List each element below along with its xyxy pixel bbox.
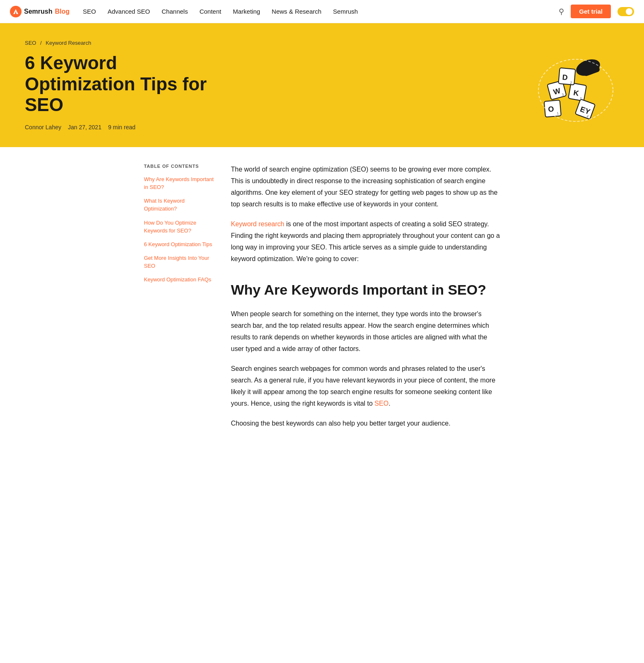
logo-blog-text: Blog <box>55 8 70 15</box>
main-nav: Semrush Blog SEO Advanced SEO Channels C… <box>0 0 644 23</box>
toc-list: Why Are Keywords Important in SEO? What … <box>144 175 215 284</box>
toc-item-what: What Is Keyword Optimization? <box>144 197 215 213</box>
section1-p2-start: Search engines search webpages for commo… <box>231 365 496 407</box>
page-body: TABLE OF CONTENTS Why Are Keywords Impor… <box>136 147 509 454</box>
toc-link-tips[interactable]: 6 Keyword Optimization Tips <box>144 241 212 247</box>
nav-link-seo[interactable]: SEO <box>83 8 96 15</box>
search-button[interactable]: ⚲ <box>559 7 564 16</box>
toc-item-how: How Do You Optimize Keywords for SEO? <box>144 219 215 235</box>
toc-link-faqs[interactable]: Keyword Optimization FAQs <box>144 276 212 283</box>
main-content: The world of search engine optimization … <box>231 164 500 438</box>
svg-text:O: O <box>548 105 555 114</box>
intro-paragraph-1: The world of search engine optimization … <box>231 164 500 210</box>
nav-link-news-research[interactable]: News & Research <box>272 8 321 15</box>
theme-toggle[interactable] <box>617 7 634 16</box>
hero-section: SEO / Keyword Research 6 Keyword Optimiz… <box>0 23 644 147</box>
logo-semrush-text: Semrush <box>24 8 52 15</box>
author: Connor Lahey <box>25 124 61 131</box>
hero-illustration: W 3 K 5 O 1 EY 4 D 2 <box>511 43 619 127</box>
nav-link-marketing[interactable]: Marketing <box>233 8 260 15</box>
breadcrumb-keyword-research[interactable]: Keyword Research <box>46 40 91 46</box>
svg-text:D: D <box>562 73 568 82</box>
seo-link[interactable]: SEO <box>374 400 388 407</box>
nav-link-channels[interactable]: Channels <box>162 8 188 15</box>
read-time: 9 min read <box>108 124 135 131</box>
nav-link-advanced-seo[interactable]: Advanced SEO <box>108 8 150 15</box>
nav-link-semrush[interactable]: Semrush <box>333 8 358 15</box>
toc-link-how[interactable]: How Do You Optimize Keywords for SEO? <box>144 220 196 234</box>
toc-item-tips: 6 Keyword Optimization Tips <box>144 240 215 248</box>
keyword-research-link[interactable]: Keyword research <box>231 220 285 227</box>
nav-link-content[interactable]: Content <box>200 8 222 15</box>
toc-title: TABLE OF CONTENTS <box>144 164 215 169</box>
breadcrumb: SEO / Keyword Research <box>25 40 511 46</box>
semrush-logo-icon <box>10 6 22 17</box>
article-meta: Connor Lahey Jan 27, 2021 9 min read <box>25 124 511 131</box>
toc-link-what[interactable]: What Is Keyword Optimization? <box>144 198 185 212</box>
logo-link[interactable]: Semrush Blog <box>10 6 70 17</box>
svg-point-0 <box>10 6 22 17</box>
get-trial-button[interactable]: Get trial <box>571 5 611 18</box>
breadcrumb-separator: / <box>40 40 42 46</box>
section1-paragraph-2: Search engines search webpages for commo… <box>231 363 500 409</box>
toc-item-why: Why Are Keywords Important in SEO? <box>144 175 215 191</box>
section1-p2-end: . <box>388 400 390 407</box>
hero-content: SEO / Keyword Research 6 Keyword Optimiz… <box>25 40 511 131</box>
intro-paragraph-2: Keyword research is one of the most impo… <box>231 218 500 265</box>
page-title: 6 Keyword Optimization Tips for SEO <box>25 53 232 116</box>
publish-date: Jan 27, 2021 <box>68 124 101 131</box>
section1-paragraph-3: Choosing the best keywords can also help… <box>231 418 500 429</box>
nav-actions: ⚲ Get trial <box>559 5 634 18</box>
toc-item-faqs: Keyword Optimization FAQs <box>144 276 215 283</box>
toc-item-insights: Get More Insights Into Your SEO <box>144 254 215 270</box>
table-of-contents: TABLE OF CONTENTS Why Are Keywords Impor… <box>144 164 215 438</box>
section1-paragraph-1: When people search for something on the … <box>231 308 500 355</box>
hero-illustration-svg: W 3 K 5 O 1 EY 4 D 2 <box>511 43 619 126</box>
nav-links: SEO Advanced SEO Channels Content Market… <box>83 8 559 15</box>
breadcrumb-seo[interactable]: SEO <box>25 40 36 46</box>
toc-link-insights[interactable]: Get More Insights Into Your SEO <box>144 255 210 269</box>
section-heading-why: Why Are Keywords Important in SEO? <box>231 281 500 298</box>
toc-link-why[interactable]: Why Are Keywords Important in SEO? <box>144 176 214 190</box>
